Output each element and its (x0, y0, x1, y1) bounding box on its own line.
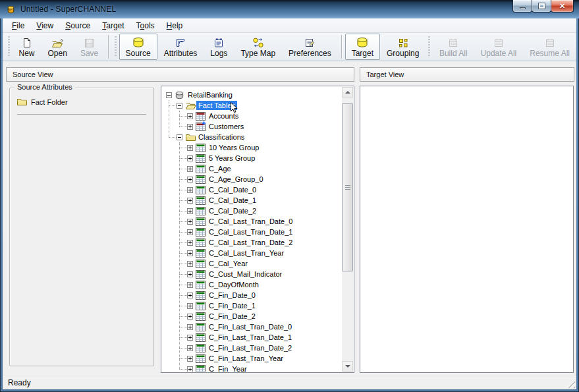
toolbar-button-preferences[interactable]: Preferences (282, 34, 338, 60)
tree-item-label[interactable]: C_Fin_Last_Tran_Date_1 (207, 333, 294, 342)
expander-icon[interactable] (187, 345, 193, 351)
scrollbar-thumb[interactable] (342, 103, 353, 271)
tree-row[interactable]: C_Cal_Last_Tran_Date_0 (162, 216, 341, 227)
expander-icon[interactable] (187, 166, 193, 172)
expander-icon[interactable] (187, 335, 193, 341)
expander-icon[interactable] (187, 282, 193, 288)
expander-icon[interactable] (187, 145, 193, 151)
tree-item-label[interactable]: C_Fin_Last_Tran_Year (207, 354, 285, 363)
tree-item-label[interactable]: 10 Years Group (207, 143, 261, 152)
toolbar-button-logs[interactable]: Logs (204, 34, 234, 60)
toolbar-button-new[interactable]: New (13, 34, 41, 60)
expander-icon[interactable] (187, 303, 193, 309)
toolbar-button-target[interactable]: Target (345, 34, 380, 60)
menu-item-help[interactable]: Help (161, 20, 188, 32)
tree-row[interactable]: C_Fin_Last_Tran_Date_0 (162, 322, 341, 332)
tree-item-label[interactable]: C_Fin_Year (207, 364, 249, 372)
tree-row[interactable]: Fact Tables (162, 100, 341, 111)
expander-icon[interactable] (187, 208, 193, 214)
fact-folder-item[interactable]: Fact Folder (16, 98, 153, 106)
expander-icon[interactable] (187, 356, 193, 362)
tree-item-label[interactable]: C_Fin_Last_Tran_Date_2 (207, 343, 294, 352)
tree-row[interactable]: C_Cust_Mail_Indicator (162, 269, 341, 279)
expander-icon[interactable] (177, 134, 182, 140)
tree-item-label[interactable]: C_Cal_Year (207, 259, 250, 268)
toolbar-grip[interactable] (115, 36, 117, 57)
close-button[interactable]: ✕ (551, 0, 574, 13)
minimize-button[interactable] (512, 0, 532, 13)
tree-item-label[interactable]: Customers (207, 122, 246, 131)
tree-row[interactable]: C_Fin_Year (162, 364, 341, 372)
tree-item-label[interactable]: C_Cal_Date_2 (207, 206, 258, 215)
expander-icon[interactable] (187, 155, 193, 161)
expander-icon[interactable] (166, 92, 172, 98)
tree-item-label[interactable]: C_Fin_Date_1 (207, 301, 258, 310)
tree-item-label[interactable]: 5 Years Group (207, 154, 257, 163)
scroll-up-button[interactable] (342, 87, 353, 98)
tree-row[interactable]: C_Fin_Date_0 (162, 290, 341, 300)
tree-row[interactable]: C_Age_Group_0 (162, 174, 341, 184)
resize-grip[interactable] (565, 378, 575, 388)
expander-icon[interactable] (177, 103, 182, 109)
tree-item-label[interactable]: C_Cal_Last_Tran_Date_2 (207, 238, 294, 247)
tree-row[interactable]: C_Cal_Date_0 (162, 184, 341, 195)
tree-row[interactable]: C_Cal_Last_Tran_Date_1 (162, 227, 341, 237)
expander-icon[interactable] (187, 198, 193, 204)
toolbar-button-source[interactable]: Source (119, 34, 157, 60)
toolbar-grip[interactable] (8, 36, 10, 57)
tree-row[interactable]: C_Cal_Last_Tran_Date_2 (162, 237, 341, 248)
tree-item-label[interactable]: C_Fin_Date_2 (207, 312, 258, 321)
toolbar-button-grouping[interactable]: Grouping (380, 34, 426, 60)
tree-row[interactable]: C_Cal_Date_2 (162, 206, 341, 216)
expander-icon[interactable] (187, 240, 193, 246)
tree-item-label[interactable]: C_Age (207, 164, 233, 173)
menu-item-tools[interactable]: Tools (131, 20, 160, 32)
expander-icon[interactable] (187, 124, 193, 130)
tree-row[interactable]: 10 Years Group (162, 142, 341, 153)
menu-item-target[interactable]: Target (97, 20, 129, 32)
tree-row[interactable]: Classifications (162, 132, 341, 142)
tree-row[interactable]: 5 Years Group (162, 153, 341, 163)
maximize-button[interactable] (532, 0, 551, 13)
tree-row[interactable]: C_Fin_Date_2 (162, 311, 341, 322)
tree-row[interactable]: C_Fin_Date_1 (162, 300, 341, 311)
toolbar-grip[interactable] (428, 36, 430, 57)
tree-scrollbar[interactable] (342, 87, 353, 372)
tree-item-label[interactable]: Classifications (196, 132, 246, 142)
toolbar-button-open[interactable]: Open (41, 34, 74, 60)
tree-item-label[interactable]: C_Cal_Last_Tran_Date_0 (207, 217, 294, 226)
menu-item-file[interactable]: File (7, 20, 30, 32)
expander-icon[interactable] (187, 229, 193, 235)
expander-icon[interactable] (187, 293, 193, 298)
tree-item-label[interactable]: C_Cust_Mail_Indicator (207, 269, 284, 279)
tree-item-label[interactable]: C_Age_Group_0 (207, 175, 265, 184)
tree-row[interactable]: C_DayOfMonth (162, 279, 341, 290)
tree-row[interactable]: C_Cal_Year (162, 258, 341, 269)
tree-item-label[interactable]: C_Cal_Date_0 (207, 185, 258, 194)
tree-row[interactable]: RetailBanking (162, 90, 341, 100)
tree-row[interactable]: C_Age (162, 163, 341, 174)
tree-row[interactable]: C_Fin_Last_Tran_Date_2 (162, 343, 341, 353)
menu-item-source[interactable]: Source (60, 20, 96, 32)
tree-row[interactable]: C_Fin_Last_Tran_Year (162, 353, 341, 364)
expander-icon[interactable] (187, 177, 193, 182)
tree-row[interactable]: C_Cal_Date_1 (162, 195, 341, 206)
expander-icon[interactable] (187, 314, 193, 320)
tree-item-label[interactable]: C_Cal_Last_Tran_Date_1 (207, 227, 294, 237)
tree-row[interactable]: C_Cal_Last_Tran_Year (162, 248, 341, 258)
tree-row[interactable]: Accounts (162, 111, 341, 121)
expander-icon[interactable] (187, 261, 193, 267)
scroll-down-button[interactable] (342, 361, 353, 372)
expander-icon[interactable] (187, 219, 193, 225)
expander-icon[interactable] (187, 324, 193, 330)
expander-icon[interactable] (187, 271, 193, 277)
menu-item-view[interactable]: View (31, 20, 59, 32)
expander-icon[interactable] (187, 366, 193, 372)
toolbar-button-type-map[interactable]: Type Map (234, 34, 282, 60)
tree-row[interactable]: C_Fin_Last_Tran_Date_1 (162, 332, 341, 343)
tree-item-label[interactable]: RetailBanking (186, 90, 234, 99)
tree-item-label[interactable]: C_Cal_Last_Tran_Year (207, 248, 286, 258)
tree-item-label[interactable]: C_DayOfMonth (207, 280, 261, 289)
expander-icon[interactable] (187, 187, 193, 193)
tree-item-label[interactable]: C_Fin_Date_0 (207, 291, 258, 300)
